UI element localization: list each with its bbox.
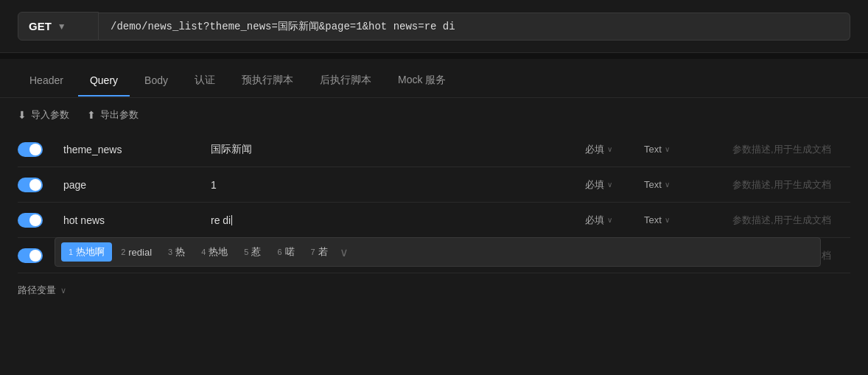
tab-post-script[interactable]: 后执行脚本 [308,65,383,97]
tab-mock[interactable]: Mock 服务 [386,65,458,97]
required-cell-1: 必填 ∨ [585,143,644,156]
toggle-2[interactable] [18,178,43,192]
type-label-1: Text [644,144,662,155]
required-chevron-icon-1[interactable]: ∨ [607,145,612,153]
toggle-1[interactable] [18,142,43,157]
required-badge-3: 必填 [585,214,604,227]
export-label: 导出参数 [100,108,139,122]
autocomplete-item-3[interactable]: 3 热 [161,242,192,262]
table-row: page 必填 ∨ Text ∨ 参数描述,用于生成文档 [18,167,850,203]
required-badge-2: 必填 [585,178,604,192]
autocomplete-num-4: 4 [201,248,206,256]
param-name-3: hot news [55,214,202,226]
autocomplete-num-2: 2 [121,248,125,256]
method-selector[interactable]: GET ▼ [18,12,99,41]
param-value-cell-2 [202,179,585,191]
toggle-cell-3 [18,213,55,228]
type-label-3: Text [644,214,662,225]
param-value-cell-1 [202,144,585,155]
param-value-input-2[interactable] [211,179,576,191]
required-chevron-icon-3[interactable]: ∨ [607,216,612,224]
type-chevron-icon-2[interactable]: ∨ [665,181,670,189]
autocomplete-text-7: 若 [318,245,328,259]
type-cell-2: Text ∨ [644,179,732,190]
path-vars-chevron-icon: ∨ [60,286,66,295]
import-icon: ⬇ [18,109,27,121]
autocomplete-text-1: 热地啊 [76,245,105,259]
required-badge-1: 必填 [585,143,604,156]
autocomplete-num-7: 7 [311,248,315,256]
autocomplete-item-4[interactable]: 4 热地 [194,242,235,262]
autocomplete-num-6: 6 [277,248,281,256]
param-value-text-3: re di [211,214,231,226]
export-params-button[interactable]: ⬆ 导出参数 [87,108,139,122]
table-row: hot news re di 必填 ∨ Text ∨ 参数描述,用于生成文档 1… [18,203,850,238]
type-cell-3: Text ∨ [644,214,732,225]
required-cell-2: 必填 ∨ [585,178,644,192]
import-label: 导入参数 [31,108,69,122]
toggle-3[interactable] [18,213,43,228]
table-row: theme_news 必填 ∨ Text ∨ 参数描述,用于生成文档 [18,132,850,167]
autocomplete-text-5: 惹 [251,245,261,259]
toggle-cell-4 [18,248,55,263]
param-name-1: theme_news [55,144,202,155]
url-input[interactable] [99,13,850,41]
autocomplete-num-1: 1 [69,248,73,256]
autocomplete-item-2[interactable]: 2 redial [113,244,159,261]
params-table: theme_news 必填 ∨ Text ∨ 参数描述,用于生成文档 page … [0,132,868,273]
path-vars-section[interactable]: 路径变量 ∨ [0,273,868,307]
tab-query[interactable]: Query [78,66,130,97]
actions-bar: ⬇ 导入参数 ⬆ 导出参数 [0,98,868,132]
autocomplete-text-2: redial [128,247,152,258]
required-cell-3: 必填 ∨ [585,214,644,227]
method-chevron-icon: ▼ [57,21,66,32]
tab-pre-script[interactable]: 预执行脚本 [230,65,305,97]
autocomplete-text-6: 喏 [285,245,295,259]
autocomplete-num-3: 3 [168,248,172,256]
desc-cell-1[interactable]: 参数描述,用于生成文档 [732,143,850,156]
path-vars-label: 路径变量 [18,284,56,297]
method-label: GET [29,20,52,32]
type-cell-1: Text ∨ [644,144,732,155]
cursor-3 [231,215,232,225]
type-chevron-icon-1[interactable]: ∨ [665,145,670,153]
autocomplete-num-5: 5 [244,248,248,256]
autocomplete-item-7[interactable]: 7 若 [304,242,335,262]
desc-cell-2[interactable]: 参数描述,用于生成文档 [732,178,850,192]
tab-header[interactable]: Header [18,66,75,97]
autocomplete-item-6[interactable]: 6 喏 [270,242,301,262]
import-params-button[interactable]: ⬇ 导入参数 [18,108,69,122]
export-icon: ⬆ [87,109,96,121]
toggle-cell-1 [18,142,55,157]
url-bar: GET ▼ [0,0,868,53]
autocomplete-dropdown: 1 热地啊 2 redial 3 热 4 热地 5 惹 6 喏 [55,237,821,267]
tab-body[interactable]: Body [133,66,180,97]
type-label-2: Text [644,179,662,190]
autocomplete-item-5[interactable]: 5 惹 [237,242,268,262]
required-chevron-icon-2[interactable]: ∨ [607,181,612,189]
autocomplete-item-1[interactable]: 1 热地啊 [61,242,112,262]
toggle-4[interactable] [18,248,43,263]
autocomplete-more-icon[interactable]: ∨ [340,245,349,259]
param-value-input-1[interactable] [211,144,576,155]
autocomplete-text-4: 热地 [209,245,228,259]
desc-cell-3[interactable]: 参数描述,用于生成文档 [732,214,850,227]
autocomplete-text-3: 热 [175,245,185,259]
param-value-cell-3: re di [202,214,585,226]
toggle-cell-2 [18,178,55,192]
section-gap [0,53,868,59]
tabs-bar: Header Query Body 认证 预执行脚本 后执行脚本 Mock 服务 [0,65,868,98]
param-name-2: page [55,179,202,191]
type-chevron-icon-3[interactable]: ∨ [665,216,670,224]
tab-auth[interactable]: 认证 [183,65,227,97]
